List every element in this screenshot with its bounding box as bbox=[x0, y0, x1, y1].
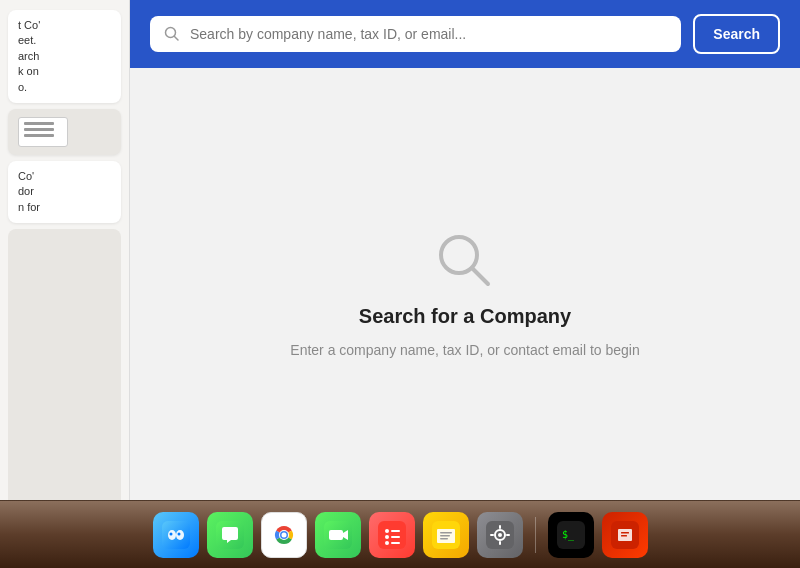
sidebar: t Co'eet.archk ono. Co'dorn for bbox=[0, 0, 130, 520]
svg-rect-17 bbox=[378, 521, 406, 549]
svg-rect-27 bbox=[440, 535, 450, 537]
svg-point-18 bbox=[385, 529, 389, 533]
settings-icon bbox=[486, 521, 514, 549]
dock-item-terminal[interactable]: $_ bbox=[548, 512, 594, 558]
dock-item-settings[interactable] bbox=[477, 512, 523, 558]
terminal-icon: $_ bbox=[557, 521, 585, 549]
search-input[interactable] bbox=[190, 26, 667, 42]
dock-item-misc[interactable] bbox=[602, 512, 648, 558]
svg-rect-40 bbox=[621, 532, 629, 534]
sidebar-bottom-card bbox=[8, 229, 121, 510]
search-button[interactable]: Search bbox=[693, 14, 780, 54]
dock-item-chrome[interactable] bbox=[261, 512, 307, 558]
svg-point-31 bbox=[498, 533, 502, 537]
svg-rect-32 bbox=[499, 525, 501, 529]
svg-rect-26 bbox=[440, 532, 452, 534]
svg-rect-28 bbox=[440, 538, 448, 540]
svg-text:$_: $_ bbox=[562, 529, 575, 541]
svg-point-20 bbox=[385, 535, 389, 539]
sidebar-card-3: Co'dorn for bbox=[8, 161, 121, 223]
messages-icon bbox=[216, 521, 244, 549]
svg-rect-41 bbox=[621, 535, 627, 537]
svg-line-1 bbox=[175, 37, 179, 41]
svg-rect-21 bbox=[391, 536, 400, 538]
notes-icon bbox=[432, 521, 460, 549]
svg-point-13 bbox=[281, 532, 286, 537]
finder-icon bbox=[162, 521, 190, 549]
dock-separator bbox=[535, 517, 536, 553]
reminders-icon bbox=[378, 521, 406, 549]
mini-line-1 bbox=[24, 122, 54, 125]
mini-line-2 bbox=[24, 128, 54, 131]
header-bar: Search bbox=[130, 0, 800, 68]
content-title: Search for a Company bbox=[359, 305, 571, 328]
content-subtitle: Enter a company name, tax ID, or contact… bbox=[290, 342, 639, 358]
mini-document-icon bbox=[18, 117, 68, 147]
content-area: Search for a Company Enter a company nam… bbox=[130, 68, 800, 520]
mini-line-3 bbox=[24, 134, 54, 137]
svg-rect-23 bbox=[391, 542, 400, 544]
chrome-icon bbox=[270, 521, 298, 549]
sidebar-card-1: t Co'eet.archk ono. bbox=[8, 10, 121, 103]
misc-icon bbox=[611, 521, 639, 549]
dock: $_ bbox=[0, 500, 800, 568]
large-search-icon bbox=[435, 231, 495, 291]
sidebar-card-3-text: Co'dorn for bbox=[18, 170, 40, 213]
svg-rect-19 bbox=[391, 530, 400, 532]
dock-item-notes[interactable] bbox=[423, 512, 469, 558]
dock-item-reminders[interactable] bbox=[369, 512, 415, 558]
svg-rect-33 bbox=[499, 541, 501, 545]
svg-rect-15 bbox=[329, 530, 343, 540]
svg-point-8 bbox=[177, 532, 180, 535]
svg-rect-35 bbox=[506, 534, 510, 536]
facetime-icon bbox=[324, 521, 352, 549]
svg-point-7 bbox=[169, 532, 172, 535]
svg-line-3 bbox=[472, 268, 488, 284]
sidebar-card-mini-wrapper bbox=[8, 109, 121, 155]
dock-item-finder[interactable] bbox=[153, 512, 199, 558]
search-box-icon bbox=[164, 26, 180, 42]
main-panel: Search Search for a Company Enter a comp… bbox=[130, 0, 800, 520]
sidebar-card-1-text: t Co'eet.archk ono. bbox=[18, 19, 40, 93]
svg-rect-34 bbox=[490, 534, 494, 536]
svg-point-22 bbox=[385, 541, 389, 545]
dock-item-facetime[interactable] bbox=[315, 512, 361, 558]
search-box-container bbox=[150, 16, 681, 52]
dock-item-messages[interactable] bbox=[207, 512, 253, 558]
